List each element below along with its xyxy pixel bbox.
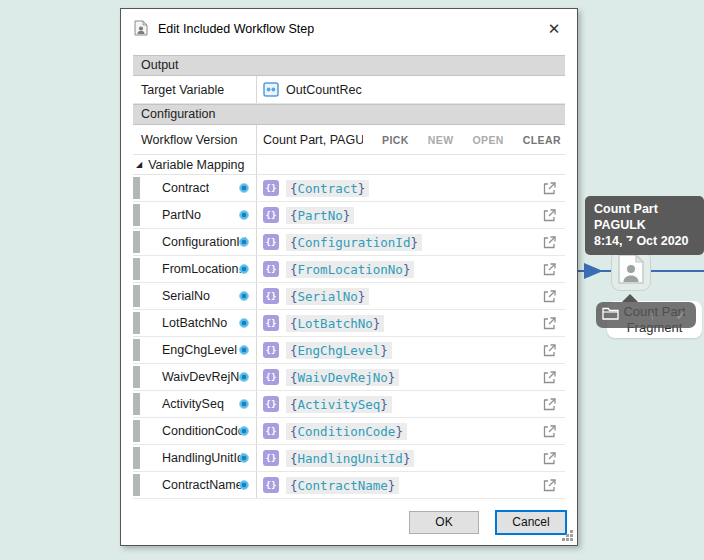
indent-bar [133, 177, 140, 199]
close-icon[interactable]: ✕ [543, 18, 565, 40]
mapping-value[interactable]: {EngChgLevel} [286, 342, 392, 359]
indent-bar [133, 339, 140, 361]
mapping-value[interactable]: {LotBatchNo} [286, 315, 384, 332]
dialog-body: Output Target Variable OutCountRec Confi… [133, 49, 565, 499]
info-icon [239, 318, 249, 328]
open-button[interactable]: OPEN [472, 134, 503, 146]
collapse-expander-icon[interactable]: ◢ [136, 160, 142, 169]
indent-bar [133, 474, 140, 496]
tooltip-line: PAGULK [594, 217, 695, 233]
indent-bar [133, 231, 140, 253]
ok-button[interactable]: OK [409, 511, 479, 534]
mapping-value[interactable]: {ActivitySeq} [286, 396, 392, 413]
open-expression-editor-icon[interactable] [542, 397, 557, 412]
expression-icon: {} [263, 261, 279, 277]
open-expression-editor-icon[interactable] [542, 181, 557, 196]
check-ghost-icon: ✓ [676, 308, 687, 323]
dialog-document-person-icon [133, 20, 149, 39]
open-expression-editor-icon[interactable] [542, 424, 557, 439]
target-variable-value-cell[interactable]: OutCountRec [256, 76, 565, 103]
target-variable-label: Target Variable [133, 76, 256, 103]
expression-icon: {} [263, 180, 279, 196]
open-expression-editor-icon[interactable] [542, 478, 557, 493]
variable-mapping-group-row: ◢ Variable Mapping [133, 155, 565, 175]
workflow-step-node[interactable] [611, 251, 651, 291]
info-icon [239, 399, 249, 409]
target-variable-row: Target Variable OutCountRec [133, 76, 565, 104]
open-expression-editor-icon[interactable] [542, 235, 557, 250]
indent-bar [133, 420, 140, 442]
indent-bar [133, 204, 140, 226]
indent-bar [133, 285, 140, 307]
mapping-label: ConditionCode [162, 424, 245, 438]
mapping-row-activityseq: ActivitySeq {} {ActivitySeq} [133, 391, 565, 418]
expression-icon: {} [263, 207, 279, 223]
info-icon [239, 426, 249, 436]
mapping-row-conditioncode: ConditionCode {} {ConditionCode} [133, 418, 565, 445]
output-section-header: Output [133, 55, 565, 76]
expression-icon: {} [263, 369, 279, 385]
mapping-value[interactable]: {Contract} [286, 180, 369, 197]
mapping-value[interactable]: {ConfigurationId} [286, 234, 422, 251]
mapping-value[interactable]: {ConditionCode} [286, 423, 407, 440]
mapping-row-handlingunitid: HandlingUnitId {} {HandlingUnitId} [133, 445, 565, 472]
expression-icon: {} [263, 288, 279, 304]
mapping-value[interactable]: {ContractName} [286, 477, 399, 494]
info-icon [239, 345, 249, 355]
workflow-designer-canvas: Count Part PAGULK 8:14, 7 Oct 2020 Count… [0, 0, 704, 560]
mapping-label: WaivDevRejNo [162, 370, 246, 384]
mapping-label: EngChgLevel [162, 343, 237, 357]
info-icon [239, 264, 249, 274]
workflow-version-value: Count Part, PAGULK, 7 ... [263, 133, 363, 147]
tooltip-pointer [622, 294, 638, 302]
mapping-row-fromlocationno: FromLocation.. {} {FromLocationNo} [133, 256, 565, 283]
mapping-row-partno: PartNo {} {PartNo} [133, 202, 565, 229]
open-expression-editor-icon[interactable] [542, 370, 557, 385]
mapping-row-contractname: ContractName {} {ContractName} [133, 472, 565, 499]
info-icon [239, 183, 249, 193]
open-expression-editor-icon[interactable] [542, 289, 557, 304]
expression-icon: {} [263, 396, 279, 412]
workflow-step-tooltip: Count Part PAGULK 8:14, 7 Oct 2020 [585, 196, 704, 255]
open-expression-editor-icon[interactable] [542, 451, 557, 466]
mapping-value[interactable]: {SerialNo} [286, 288, 369, 305]
open-expression-editor-icon[interactable] [542, 316, 557, 331]
mapping-label: HandlingUnitId [162, 451, 244, 465]
variable-mapping-header: Variable Mapping [148, 158, 244, 172]
expression-icon: {} [263, 477, 279, 493]
mapping-label: SerialNo [162, 289, 210, 303]
expression-icon: {} [263, 450, 279, 466]
open-expression-editor-icon[interactable] [542, 343, 557, 358]
fragment-hover-overlay: ↑ ✓ [596, 302, 696, 328]
mapping-value[interactable]: {FromLocationNo} [286, 261, 414, 278]
workflow-version-row: Workflow Version Count Part, PAGULK, 7 .… [133, 125, 565, 155]
clear-button[interactable]: CLEAR [523, 134, 561, 146]
cancel-button[interactable]: Cancel [495, 510, 567, 535]
mapping-value[interactable]: {WaivDevRejNo} [286, 369, 399, 386]
indent-bar [133, 366, 140, 388]
flow-connector-line [650, 270, 704, 272]
mapping-row-engchglevel: EngChgLevel {} {EngChgLevel} [133, 337, 565, 364]
open-expression-editor-icon[interactable] [542, 208, 557, 223]
new-button[interactable]: NEW [428, 134, 454, 146]
info-icon [239, 237, 249, 247]
resize-grip[interactable] [562, 530, 574, 542]
mapping-row-configurationid: ConfigurationId {} {ConfigurationId} [133, 229, 565, 256]
flow-arrow-icon [584, 263, 603, 279]
mapping-row-contract: Contract {} {Contract} [133, 175, 565, 202]
tooltip-line: 8:14, 7 Oct 2020 [594, 233, 695, 249]
indent-bar [133, 447, 140, 469]
mapping-row-lotbatchno: LotBatchNo {} {LotBatchNo} [133, 310, 565, 337]
info-icon [239, 453, 249, 463]
record-icon [263, 82, 279, 97]
dialog-title: Edit Included Workflow Step [158, 22, 314, 36]
open-expression-editor-icon[interactable] [542, 262, 557, 277]
mapping-value[interactable]: {PartNo} [286, 207, 354, 224]
mapping-label: PartNo [162, 208, 201, 222]
mapping-label: FromLocation.. [162, 262, 245, 276]
mapping-label: LotBatchNo [162, 316, 227, 330]
mapping-value[interactable]: {HandlingUnitId} [286, 450, 414, 467]
tooltip-pointer [621, 241, 637, 249]
pick-button[interactable]: PICK [382, 134, 409, 146]
dialog-titlebar[interactable]: Edit Included Workflow Step ✕ [121, 9, 577, 49]
